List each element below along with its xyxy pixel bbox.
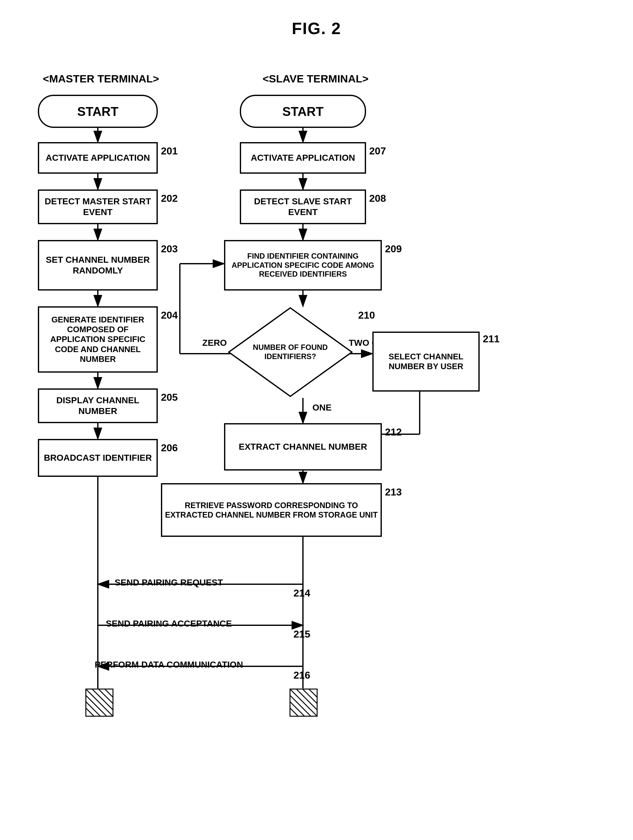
node-201: ACTIVATE APPLICATION (38, 142, 158, 174)
ref-202: 202 (161, 193, 178, 204)
ref-210: 210 (358, 309, 375, 321)
end-master (85, 688, 113, 717)
ref-211: 211 (483, 333, 499, 345)
ref-214: 214 (293, 587, 310, 599)
label-215: SEND PAIRING ACCEPTANCE (82, 616, 256, 632)
node-204: GENERATE IDENTIFIER COMPOSED OF APPLICAT… (38, 306, 158, 373)
node-212: EXTRACT CHANNEL NUMBER (224, 423, 382, 471)
end-slave (289, 688, 318, 717)
page-title: FIG. 2 (0, 0, 633, 38)
node-208: DETECT SLAVE START EVENT (240, 189, 366, 224)
node-207: ACTIVATE APPLICATION (240, 142, 366, 174)
node-202: DETECT MASTER START EVENT (38, 189, 158, 224)
ref-204: 204 (161, 309, 178, 321)
ref-215: 215 (293, 628, 310, 640)
start-master: START (38, 95, 158, 128)
ref-216: 216 (293, 669, 310, 681)
diamond-210-container: NUMBER OF FOUND IDENTIFIERS? (227, 306, 353, 398)
node-209: FIND IDENTIFIER CONTAINING APPLICATION S… (224, 240, 382, 291)
label-214: SEND PAIRING REQUEST (82, 575, 256, 591)
ref-208: 208 (369, 193, 386, 204)
svg-text:ONE: ONE (312, 403, 332, 412)
node-205: DISPLAY CHANNEL NUMBER (38, 388, 158, 423)
ref-206: 206 (161, 442, 178, 454)
node-206: BROADCAST IDENTIFIER (38, 439, 158, 477)
master-terminal-label: <MASTER TERMINAL> (38, 73, 164, 85)
svg-text:ZERO: ZERO (202, 338, 227, 348)
ref-212: 212 (385, 426, 402, 438)
ref-201: 201 (161, 145, 178, 157)
ref-203: 203 (161, 243, 178, 255)
node-203: SET CHANNEL NUMBER RANDOMLY (38, 240, 158, 291)
ref-209: 209 (385, 243, 402, 255)
node-211: SELECT CHANNEL NUMBER BY USER (372, 332, 480, 392)
node-213: RETRIEVE PASSWORD CORRESPONDING TO EXTRA… (161, 483, 382, 537)
ref-207: 207 (369, 145, 386, 157)
slave-terminal-label: <SLAVE TERMINAL> (237, 73, 394, 85)
label-216: PERFORM DATA COMMUNICATION (82, 657, 256, 673)
ref-213: 213 (385, 486, 402, 498)
ref-205: 205 (161, 392, 178, 403)
start-slave: START (240, 95, 366, 128)
